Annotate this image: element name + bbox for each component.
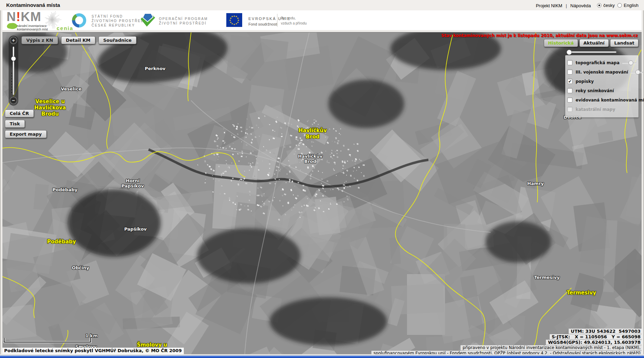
layer-label: popisky — [576, 79, 594, 84]
imagery-attribution: Podkladové letecké snímky poskytl VGHMÚř… — [2, 348, 184, 354]
map-viewport[interactable]: PerknovVeseliceVeselice uHavlíčkovaBrodu… — [2, 32, 642, 356]
layer-row-topografick-mapa: topografická mapa — [567, 58, 638, 67]
svg-text:★: ★ — [231, 15, 233, 18]
radio-esky[interactable] — [597, 3, 602, 8]
opzp-logo-icon — [138, 11, 157, 29]
checkbox-katastr-ln-mapy — [567, 107, 572, 112]
coordinate-readout: UTM: 33U 543622 5497003 S-JTSK: X = 1105… — [371, 329, 643, 356]
layer-row-katastr-ln-mapy: katastrální mapy — [567, 105, 638, 114]
svg-text:★: ★ — [235, 22, 237, 25]
layer-panel: topografická mapaIII. vojenské mapování✔… — [565, 55, 638, 117]
utm-coordinates: UTM: 33U 543622 5497003 — [569, 329, 643, 334]
zoom-out-button[interactable]: − — [10, 97, 17, 104]
opacity-slider-track[interactable] — [567, 51, 616, 53]
button-cel-r[interactable]: Celá ČR — [5, 109, 34, 117]
checkbox-topografick-mapa[interactable] — [567, 60, 572, 65]
svg-text:★: ★ — [229, 19, 231, 21]
layer-opacity-slider-topografick-mapa — [622, 60, 636, 65]
layer-opacity-slider-iii-vojensk-mapov-n — [631, 70, 643, 75]
nikm-exclaim: ! — [16, 10, 21, 24]
scale-bar-label: 1 km — [85, 333, 98, 338]
status-notice: Stav kontaminovaných míst je k listopadu… — [441, 33, 638, 38]
opacity-slider-thumb[interactable] — [567, 50, 572, 55]
nikm-logo: N!KM — [7, 10, 41, 24]
zoom-slider-track[interactable] — [13, 47, 14, 95]
sfzp-logo-icon — [70, 11, 88, 29]
checkbox-evidovan-kontaminovan-m-sta[interactable] — [567, 97, 572, 103]
checkbox-iii-vojensk-mapov-n[interactable] — [567, 69, 572, 75]
wgs84-coordinates: WGS84(GPS): 49.624013, 15.603978 — [546, 340, 643, 345]
title-bar: Kontaminovaná místa Projekt NIKM | Nápov… — [0, 0, 644, 10]
map-toolbar: Výpis z KNDetail KMSouřadnice — [21, 36, 136, 44]
layer-label: evidovaná kontaminovaná místa — [576, 98, 644, 103]
layer-label: katastrální mapy — [576, 107, 615, 112]
svg-text:★: ★ — [229, 21, 231, 23]
checkbox-popisky[interactable]: ✔ — [567, 79, 572, 84]
header-links: Projekt NIKM | Nápověda českyEnglish — [536, 3, 638, 9]
zoom-slider-thumb[interactable] — [11, 56, 16, 61]
logo-bar: N!KM národní inventarizace kontaminovaný… — [2, 10, 642, 30]
tab-aktu-ln[interactable]: Aktuální — [579, 39, 609, 47]
taskbar[interactable] — [0, 356, 644, 358]
language-option-english[interactable]: English — [617, 3, 638, 8]
layer-label: III. vojenské mapování — [576, 70, 628, 75]
tab-landsat[interactable]: Landsat — [610, 39, 638, 47]
layer-row-roky-sn-mkov-n: roky snímkování — [567, 86, 638, 95]
aerial-photo-layer — [2, 32, 642, 356]
layer-label: topografická mapa — [576, 60, 619, 65]
toolbar-button-v-pis-z-kn[interactable]: Výpis z KN — [21, 36, 58, 44]
layer-slider-thumb[interactable] — [628, 60, 633, 65]
zoom-in-button[interactable]: + — [10, 37, 17, 44]
language-label: English — [624, 3, 638, 8]
eu-flag-icon: ★★★★★★★★★★★★ — [226, 13, 242, 27]
button-tisk[interactable]: Tisk — [5, 120, 25, 128]
layer-label: roky snímkování — [576, 88, 614, 93]
map-action-buttons: Celá ČRTiskExport mapy — [5, 109, 47, 141]
ministry-motto: Pro vodu, vzduch a přírodu — [281, 16, 307, 26]
language-option-esky[interactable]: česky — [597, 3, 615, 8]
layer-row-iii-vojensk-mapov-n: III. vojenské mapování — [567, 67, 638, 77]
page-title: Kontaminovaná místa — [6, 2, 60, 8]
toolbar-button-detail-km[interactable]: Detail KM — [61, 36, 95, 44]
link-projekt-nikm[interactable]: Projekt NIKM — [536, 3, 562, 8]
layer-slider-thumb[interactable] — [635, 70, 640, 75]
logo-divider — [277, 14, 277, 27]
checkbox-roky-sn-mkov-n[interactable] — [567, 88, 572, 93]
svg-text:★: ★ — [233, 23, 235, 26]
toolbar-button-sou-adnice[interactable]: Souřadnice — [98, 36, 136, 44]
opacity-slider — [567, 50, 616, 55]
language-label: česky — [603, 3, 615, 8]
link-separator: | — [566, 3, 567, 8]
layer-row-evidovan-kontaminovan-m-sta: evidovaná kontaminovaná místa — [567, 95, 638, 105]
language-switch: českyEnglish — [594, 3, 638, 9]
button-export-mapy[interactable]: Export mapy — [5, 130, 47, 138]
zoom-control: + − — [9, 36, 18, 106]
layer-row-popisky: ✔popisky — [567, 77, 638, 86]
basemap-tabs: HistorickáAktuálníLandsat — [544, 39, 638, 47]
tab-historick[interactable]: Historická — [544, 39, 578, 47]
link-napoveda[interactable]: Nápověda — [570, 3, 591, 8]
project-attribution-line1: připraveno v projektu Národní inventariz… — [461, 345, 643, 350]
sjtsk-coordinates: S-JTSK: X = 1105056 Y = 665098 — [550, 334, 643, 339]
opzp-logo-text: OPERAČNÍ PROGRAM ŽIVOTNÍ PROSTŘEDÍ — [159, 17, 208, 26]
radio-english[interactable] — [617, 3, 622, 8]
